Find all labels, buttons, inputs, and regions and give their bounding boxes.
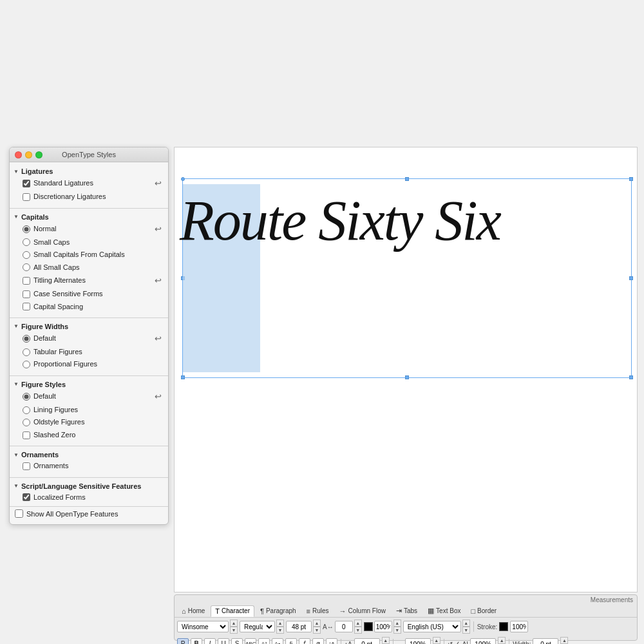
oldstyle-figures-radio[interactable]	[23, 419, 30, 426]
list-item: Default ↩	[10, 332, 168, 346]
font-down-arrow[interactable]: ▼	[230, 627, 238, 634]
stroke-swatch[interactable]	[499, 622, 508, 631]
font-stepper[interactable]: ▲ ▼	[230, 620, 238, 634]
show-all-checkbox[interactable]	[15, 509, 23, 518]
color-up-arrow[interactable]: ▲	[393, 620, 401, 627]
list-item: Capital Spacing	[10, 301, 168, 313]
tabular-figures-radio[interactable]	[23, 348, 30, 356]
close-button[interactable]	[15, 151, 22, 158]
minimize-button[interactable]	[25, 151, 32, 158]
kern-stepper[interactable]: ▲ ▼	[354, 620, 362, 634]
superscript-button[interactable]: A²	[258, 638, 270, 644]
fi-ligature-button[interactable]: fi	[285, 638, 297, 644]
italic-button[interactable]: I	[204, 638, 216, 644]
ai-up[interactable]: ▲	[498, 637, 506, 644]
color-down-arrow[interactable]: ▼	[393, 627, 401, 634]
handle-bl[interactable]	[181, 375, 185, 379]
slashed-zero-checkbox[interactable]	[23, 431, 30, 439]
color-pct-input[interactable]	[374, 621, 392, 632]
tab-home[interactable]: ⌂ Home	[177, 605, 209, 617]
allcaps-button[interactable]: ABC	[245, 638, 256, 644]
lang-up-arrow[interactable]: ▲	[462, 620, 470, 627]
handle-tr[interactable]	[629, 177, 633, 181]
proportional-figures-radio[interactable]	[23, 361, 30, 368]
case-sensitive-checkbox[interactable]	[23, 290, 30, 298]
titling-alternates-checkbox[interactable]	[23, 277, 30, 285]
style-up-arrow[interactable]: ▲	[276, 620, 284, 627]
tab-textbox[interactable]: ▦ Text Box	[423, 605, 465, 617]
section-figurewidths-header[interactable]: ▼ Figure Widths	[10, 320, 168, 332]
style-select[interactable]: Regular	[240, 621, 275, 632]
maximize-button[interactable]	[35, 151, 43, 158]
tab-character[interactable]: T Character	[211, 605, 254, 617]
lang-down-arrow[interactable]: ▼	[462, 627, 470, 634]
figwidth-default-radio[interactable]	[23, 335, 30, 343]
kern-up-arrow[interactable]: ▲	[354, 620, 362, 627]
handle-bm[interactable]	[405, 375, 409, 379]
smallcaps-radio[interactable]	[23, 238, 30, 246]
ai-input[interactable]	[470, 638, 496, 644]
localized-forms-checkbox[interactable]	[23, 493, 30, 501]
standard-ligatures-checkbox[interactable]	[23, 180, 30, 187]
fraction-button[interactable]: ƒ	[299, 638, 310, 644]
size-down-arrow[interactable]: ▼	[313, 627, 321, 634]
figstyle-default-radio[interactable]	[23, 393, 30, 401]
handle-tl[interactable]	[181, 177, 185, 181]
smallcaps-from-caps-radio[interactable]	[23, 251, 30, 259]
allsmallcaps-radio[interactable]	[23, 263, 30, 271]
color-swatch[interactable]	[364, 622, 373, 631]
handle-br[interactable]	[629, 375, 633, 379]
baseline-stepper[interactable]: ▲ ▼	[382, 637, 390, 644]
language-select[interactable]: English (US)	[403, 621, 461, 632]
kern-down-arrow[interactable]: ▼	[354, 627, 362, 634]
discretionary-ligatures-checkbox[interactable]	[23, 193, 30, 201]
subscript-button[interactable]: A₂	[272, 638, 283, 644]
ornaments-checkbox[interactable]	[23, 462, 30, 470]
underline-button[interactable]: U	[218, 638, 229, 644]
tab-border[interactable]: □ Border	[466, 605, 501, 617]
scaleh-stepper[interactable]: ▲ ▼	[433, 637, 440, 644]
size-up-arrow[interactable]: ▲	[313, 620, 321, 627]
color-stepper[interactable]: ▲ ▼	[393, 620, 401, 634]
scaleh-up[interactable]: ▲	[433, 637, 440, 644]
width-up[interactable]: ▲	[560, 637, 568, 644]
strikethrough-button[interactable]: S	[231, 638, 243, 644]
nobreak-button[interactable]: ø	[312, 638, 324, 644]
handle-mr[interactable]	[629, 276, 633, 280]
font-up-arrow[interactable]: ▲	[230, 620, 238, 627]
tab-columnflow[interactable]: → Column Flow	[335, 605, 390, 617]
handle-tm[interactable]	[405, 177, 409, 181]
baseline-input[interactable]	[354, 638, 380, 644]
scaleh-input[interactable]	[405, 638, 431, 644]
style-down-arrow[interactable]: ▼	[276, 627, 284, 634]
font-select[interactable]: Winsome	[177, 621, 229, 632]
bold-button[interactable]: B	[191, 638, 202, 644]
section-figurestyles-header[interactable]: ▼ Figure Styles	[10, 378, 168, 390]
section-ornaments-header[interactable]: ▼ Ornaments	[10, 448, 168, 460]
tab-tabs[interactable]: ⇥ Tabs	[392, 605, 422, 617]
style-stepper[interactable]: ▲ ▼	[276, 620, 284, 634]
lang-stepper[interactable]: ▲ ▼	[462, 620, 470, 634]
baseline-up[interactable]: ▲	[382, 637, 390, 644]
canvas-text[interactable]: Route Sixty Six	[180, 188, 631, 253]
smallcaps-from-caps-label: Small Capitals From Capitals	[33, 250, 162, 260]
text-frame[interactable]: Route Sixty Six	[182, 178, 632, 378]
section-capitals-header[interactable]: ▼ Capitals	[10, 211, 168, 222]
lining-figures-radio[interactable]	[23, 406, 30, 414]
width-input[interactable]	[533, 638, 558, 644]
capital-spacing-checkbox[interactable]	[23, 303, 30, 310]
fl-ligature-button[interactable]: ↕A	[326, 638, 337, 644]
section-ligatures-header[interactable]: ▼ Ligatures	[10, 165, 168, 176]
section-script-header[interactable]: ▼ Script/Language Sensitive Features	[10, 480, 168, 491]
stroke-pct-input[interactable]	[510, 621, 528, 632]
paragraph-button[interactable]: P	[177, 638, 189, 644]
tab-rules[interactable]: ≡ Rules	[302, 605, 334, 617]
size-stepper[interactable]: ▲ ▼	[313, 620, 321, 634]
tab-paragraph[interactable]: ¶ Paragraph	[256, 605, 301, 617]
width-stepper[interactable]: ▲ ▼	[560, 637, 568, 644]
kern-input[interactable]	[335, 621, 353, 632]
size-input[interactable]	[286, 621, 312, 632]
ai-stepper[interactable]: ▲ ▼	[498, 637, 506, 644]
canvas-area[interactable]: Route Sixty Six	[174, 147, 638, 592]
normal-radio[interactable]	[23, 225, 30, 233]
